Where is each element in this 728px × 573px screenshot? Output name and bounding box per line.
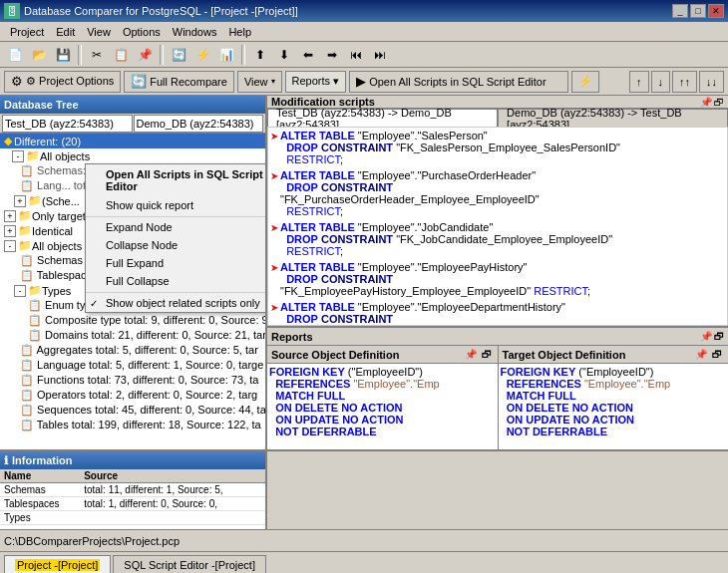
ctx-show-quick[interactable]: Show quick report [86,196,265,214]
toolbar-left[interactable]: ⬅ [297,44,319,66]
tree-expand-schemas[interactable]: + [14,195,26,207]
nav-up-button[interactable]: ↑ [629,71,649,93]
open-scripts-label: Open All Scripts in SQL Script Editor [369,76,546,88]
view-dropdown[interactable]: View ▾ [237,71,282,93]
toolbar-compare[interactable]: 🔄 [168,44,189,66]
maximize-button[interactable]: □ [690,4,706,18]
ctx-open-scripts-label: Open All Scripts in SQL Script Editor [106,168,265,192]
menu-project[interactable]: Project [4,24,50,40]
tree-expand-1[interactable]: - [12,150,24,162]
source-pane-header: Source Object Definition 📌 🗗 [267,346,498,364]
db2-selector[interactable]: Demo_DB (ayz2:54383) [134,115,264,133]
ctx-show-related[interactable]: ✓ Show object related scripts only [86,292,265,312]
tree-item-aggregates[interactable]: 📋 Aggregates total: 5, different: 0, Sou… [0,343,265,358]
full-recompare-button[interactable]: 🔄 Full Recompare [124,71,234,93]
tree-item-different[interactable]: ◆ Different: (20) [0,134,265,148]
ctx-expand-node[interactable]: Expand Node [86,216,265,236]
ctx-open-scripts[interactable]: Open All Scripts in SQL Script Editor [86,164,265,196]
action-toolbar: ⚙ ⚙ Project Options 🔄 Full Recompare Vie… [0,68,728,96]
tree-item-language[interactable]: 📋 Language total: 5, different: 1, Sourc… [0,358,265,373]
tree-label-sequences: 📋 Sequences total: 45, different: 0, Sou… [20,404,265,417]
target-pin-icon[interactable]: 📌 [694,348,708,362]
tree-item-allobjects1[interactable]: - 📁 All objects [0,148,265,163]
folder-icon-only: 📁 [18,209,32,222]
menu-view[interactable]: View [81,24,117,40]
view-arrow: ▾ [271,77,275,86]
reports-header: Reports 📌 🗗 [267,328,728,346]
menu-help[interactable]: Help [222,24,257,40]
nav-down-button[interactable]: ↓ [651,71,671,93]
bottom-tab-sql[interactable]: SQL Script Editor -[Project] [113,555,266,573]
target-window-icon[interactable]: 🗗 [710,348,724,362]
toolbar-paste[interactable]: 📌 [134,44,156,66]
db1-selector[interactable]: Test_DB (ayz2:54383) [2,115,133,133]
bottom-tab-sql-label: SQL Script Editor -[Project] [124,559,255,571]
tree-expand-identical[interactable]: + [4,225,16,237]
source-window-icon[interactable]: 🗗 [480,348,494,362]
toolbar-save[interactable]: 💾 [52,44,74,66]
tab-target-to-source[interactable]: Demo_DB (ayz2:54383) -> Test_DB [ayz2:54… [498,109,728,127]
toolbar-new[interactable]: 📄 [4,44,26,66]
toolbar-first[interactable]: ⏮ [345,44,367,66]
arrow-1: ➤ [270,131,278,142]
info-source-2: total: 1, different: 0, Source: 0, [80,497,265,511]
ctx-collapse-node-label: Collapse Node [106,239,178,251]
open-scripts-button[interactable]: ▶ Open All Scripts in SQL Script Editor [349,71,568,93]
menubar: Project Edit View Options Windows Help [0,22,728,42]
source-content[interactable]: FOREIGN KEY ("EmployeeID") REFERENCES "E… [267,364,498,449]
ctx-show-related-label: Show object related scripts only [106,297,260,309]
nav-left-button[interactable]: ↑↑ [672,71,697,93]
menu-windows[interactable]: Windows [167,24,223,40]
tree-expand-types[interactable]: - [14,285,26,297]
toolbar-open[interactable]: 📂 [28,44,50,66]
folder-icon-1: 📁 [26,149,40,162]
source-pane: Source Object Definition 📌 🗗 FOREIGN KEY… [267,346,499,449]
toolbar-sync[interactable]: ⚡ [191,44,213,66]
reports-pin-icon[interactable]: 📌 [700,331,712,342]
bottom-tab-project-label: Project -[Project] [15,559,100,571]
menu-edit[interactable]: Edit [50,24,81,40]
tree-item-tables[interactable]: 📋 Tables total: 199, different: 18, Sour… [0,418,265,432]
scripts-area[interactable]: ➤ ALTER TABLE "Employee"."SalesPerson" D… [267,127,728,326]
bottom-right-empty [267,451,728,529]
toolbar-sep3 [241,45,245,65]
bottom-tab-project[interactable]: Project -[Project] [4,555,111,573]
target-content[interactable]: FOREIGN KEY ("EmployeeID") REFERENCES "E… [499,364,729,449]
info-row-1: Schemas total: 11, different: 1, Source:… [0,483,265,497]
ctx-collapse-node[interactable]: Collapse Node [86,236,265,254]
minimize-button[interactable]: _ [672,4,688,18]
tree-item-functions[interactable]: 📋 Functions total: 73, different: 0, Sou… [0,373,265,388]
folder-icon-types: 📁 [28,284,42,297]
lightning-button[interactable]: ⚡ [571,71,599,93]
close-button[interactable]: ✕ [708,4,724,18]
menu-options[interactable]: Options [117,24,167,40]
target-pane-header: Target Object Definition 📌 🗗 [499,346,729,364]
toolbar-report[interactable]: 📊 [215,44,237,66]
tree-expand-all2[interactable]: - [4,240,16,252]
reports-window-icon[interactable]: 🗗 [714,331,724,342]
toolbar-down[interactable]: ⬇ [273,44,295,66]
nav-right-button[interactable]: ↓↓ [699,71,724,93]
toolbar-last[interactable]: ⏭ [369,44,391,66]
toolbar-up[interactable]: ⬆ [249,44,271,66]
info-table: Name Source Schemas total: 11, different… [0,469,265,525]
info-name-1: Schemas [0,483,80,497]
project-options-button[interactable]: ⚙ ⚙ Project Options [4,71,121,93]
tree-item-domains[interactable]: 📋 Domains total: 21, different: 0, Sourc… [0,328,265,343]
tab-source-to-target[interactable]: Test_DB (ayz2:54383) -> Demo_DB [ayz2:54… [267,109,498,127]
tree-item-operators[interactable]: 📋 Operators total: 2, different: 0, Sour… [0,388,265,403]
toolbar-right[interactable]: ➡ [321,44,343,66]
source-pin-icon[interactable]: 📌 [464,348,478,362]
tree-item-sequences[interactable]: 📋 Sequences total: 45, different: 0, Sou… [0,403,265,418]
reports-dropdown[interactable]: Reports ▾ [285,71,347,93]
ctx-full-expand[interactable]: Full Expand [86,254,265,272]
ctx-full-collapse[interactable]: Full Collapse [86,272,265,290]
info-panel: ℹ Information Name Source Schemas total: [0,451,267,529]
toolbar-copy[interactable]: 📋 [110,44,132,66]
toolbar-cut[interactable]: ✂ [86,44,108,66]
titlebar-title: Database Comparer for PostgreSQL - [Proj… [24,5,672,17]
tree-expand-only[interactable]: + [4,210,16,222]
tree-item-compositetype[interactable]: 📋 Composite type total: 9, different: 0,… [0,313,265,328]
folder-icon-all2: 📁 [18,239,32,252]
source-icons: 📌 🗗 [464,348,494,362]
